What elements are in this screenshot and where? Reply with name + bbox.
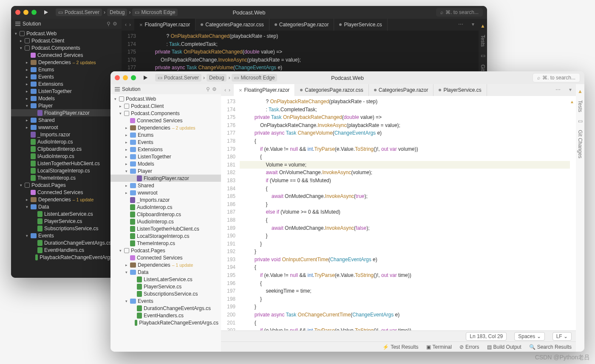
tree-item[interactable]: ▸Enums (110, 131, 221, 138)
search-input[interactable]: ⌕ ⌘. to search... (533, 73, 580, 82)
disclosure-icon[interactable]: ▸ (124, 147, 128, 152)
disclosure-icon[interactable]: ▾ (19, 183, 23, 187)
tree-item[interactable]: ▸Events (11, 73, 122, 80)
disclosure-icon[interactable]: ▸ (124, 263, 128, 267)
code-line[interactable]: await OnMutedChange.InvokeAsync(true); (240, 192, 570, 200)
tree-item[interactable]: ▸Dependencies – 1 update (11, 196, 122, 203)
breadcrumb-item[interactable]: ▭ Podcast.Server (155, 74, 201, 82)
code-line[interactable]: ? OnPlaybackRateChanged(playbackRate - s… (240, 98, 570, 106)
disclosure-icon[interactable] (131, 292, 135, 296)
panel-icon[interactable]: ▭ (578, 118, 583, 124)
tree-item[interactable]: ▸wwwroot (11, 124, 122, 131)
tree-item[interactable]: ClipboardInterop.cs (110, 211, 221, 218)
disclosure-icon[interactable]: ▸ (25, 68, 29, 72)
breadcrumb-item[interactable]: Debug (107, 8, 127, 16)
breadcrumb-item[interactable]: Debug (207, 74, 227, 82)
tree-item[interactable]: LocalStorageInterop.cs (110, 232, 221, 240)
code-line[interactable]: { (240, 279, 570, 288)
run-button[interactable] (144, 76, 147, 80)
cursor-position[interactable]: Ln 183, Col 29 (466, 332, 507, 341)
tree-item[interactable]: ▸Dependencies – 2 updates (11, 59, 122, 66)
search-input[interactable]: ⌕ ⌘. to search... (436, 8, 483, 17)
tree-item[interactable]: IAudioInterop.cs (11, 152, 122, 160)
disclosure-icon[interactable]: ▾ (25, 104, 29, 108)
disclosure-icon[interactable] (25, 53, 29, 57)
nav-forward-icon[interactable]: › (129, 22, 131, 28)
code-line[interactable]: private async Task ChangeVolume(ChangeEv… (140, 64, 479, 72)
code-line[interactable]: } (240, 240, 570, 248)
tree-item[interactable]: EventHandlers.cs (110, 312, 221, 319)
tree-item[interactable]: Connected Services (110, 117, 221, 124)
disclosure-icon[interactable] (124, 198, 128, 202)
warning-icon[interactable]: ▲ (578, 88, 583, 94)
editor-tab[interactable]: PlayerService.cs (434, 84, 487, 96)
editor-tab[interactable]: × FloatingPlayer.razor (134, 19, 196, 31)
tree-item[interactable]: EventHandlers.cs (11, 246, 122, 254)
tree-item[interactable]: ClipboardInterop.cs (11, 145, 122, 152)
pin-icon[interactable]: ⚲ (107, 21, 110, 27)
disclosure-icon[interactable] (124, 256, 128, 260)
disclosure-icon[interactable] (124, 205, 128, 209)
tree-item[interactable]: PlaybackRateChangeEventArgs.cs (11, 254, 122, 261)
code-body[interactable]: ? OnPlaybackRateChanged(playbackRate - s… (240, 96, 570, 330)
tree-item[interactable]: FloatingPlayer.razor (110, 175, 221, 182)
disclosure-icon[interactable]: ▾ (118, 248, 122, 253)
nav-back-icon[interactable]: ‹ (125, 22, 127, 28)
tree-item[interactable]: ▸Dependencies – 2 updates (110, 124, 221, 131)
disclosure-icon[interactable] (124, 234, 128, 238)
disclosure-icon[interactable]: ▸ (25, 125, 29, 130)
tree-item[interactable]: ListenTogetherHubClient.cs (110, 225, 221, 232)
tree-item[interactable]: ▾Podcast.Pages (11, 181, 122, 189)
maximize-icon[interactable] (31, 10, 37, 15)
disclosure-icon[interactable]: ▸ (124, 155, 128, 159)
editor-tab[interactable]: × FloatingPlayer.razor (234, 84, 295, 96)
tree-item[interactable]: SubscriptionsService.cs (11, 225, 122, 232)
tree-item[interactable]: ▸Podcast.Client (11, 37, 122, 44)
tree-item[interactable]: FloatingPlayer.razor (11, 109, 122, 116)
disclosure-icon[interactable] (131, 321, 133, 325)
close-icon[interactable] (115, 75, 120, 80)
code-line[interactable]: await OnVolumeChange.InvokeAsync(volume)… (240, 169, 570, 177)
disclosure-icon[interactable]: ▾ (19, 46, 23, 50)
run-target-breadcrumb[interactable]: ▭ Podcast.Server›Debug›▭ Microsoft Edge (155, 74, 277, 82)
code-line[interactable]: OnPlaybackRateChange.InvokeAsync(playbac… (240, 121, 570, 130)
tree-item[interactable]: PlayerService.cs (11, 217, 122, 225)
tab-overflow-icon[interactable]: ⋯ (454, 19, 468, 31)
code-line[interactable]: : Task.CompletedTask; (140, 40, 479, 48)
minimize-icon[interactable] (123, 75, 128, 80)
nav-arrows[interactable]: ‹› (221, 84, 234, 96)
split-icon[interactable]: ▾ (468, 19, 479, 31)
tree-item[interactable]: ▸ListenTogether (110, 153, 221, 160)
disclosure-icon[interactable] (31, 212, 36, 216)
tree-item[interactable]: _Imports.razor (110, 196, 221, 203)
tree-item[interactable]: ThemeInterop.cs (11, 174, 122, 181)
disclosure-icon[interactable]: ▸ (124, 162, 128, 166)
tree-item[interactable]: ListenLaterService.cs (11, 210, 122, 217)
tree-item[interactable]: ▸Extensions (11, 80, 122, 87)
disclosure-icon[interactable]: ▾ (124, 169, 128, 173)
tree-item[interactable]: ▾Data (110, 268, 221, 276)
gear-icon[interactable]: ⚙ (113, 21, 117, 27)
disclosure-icon[interactable] (25, 176, 29, 180)
git-panel-tab[interactable]: Git Changes (577, 130, 583, 158)
code-line[interactable]: } (240, 303, 570, 311)
disclosure-icon[interactable]: ▾ (124, 299, 128, 303)
disclosure-icon[interactable]: ▸ (25, 96, 29, 101)
disclosure-icon[interactable] (131, 176, 135, 181)
tree-item[interactable]: ▸Shared (110, 182, 221, 189)
line-ending[interactable]: LF ⌄ (552, 332, 572, 341)
code-line[interactable]: seekingTime = time; (240, 287, 570, 295)
disclosure-icon[interactable] (31, 248, 36, 252)
disclosure-icon[interactable] (25, 190, 29, 195)
tree-item[interactable]: ▸Models (110, 160, 221, 167)
run-button[interactable] (44, 10, 48, 14)
code-line[interactable]: ? OnPlaybackRateChanged(playbackRate - s… (140, 32, 479, 40)
editor-tab[interactable]: CategoriesPage.razor (369, 84, 434, 96)
code-line[interactable]: Volume = volume; (240, 161, 570, 169)
code-line[interactable]: if (e.Value != null && int.TryParse(e.Va… (240, 327, 570, 330)
tree-item[interactable]: ▾Podcast.Pages (110, 247, 221, 254)
tree-item[interactable]: LocalStorageInterop.cs (11, 167, 122, 174)
tree-item[interactable]: ▾Podcast.Web (11, 30, 122, 37)
panel-tab[interactable]: ⊘ Errors (459, 344, 479, 350)
code-editor[interactable]: 1731741751761771781791801811821831841851… (221, 96, 576, 330)
